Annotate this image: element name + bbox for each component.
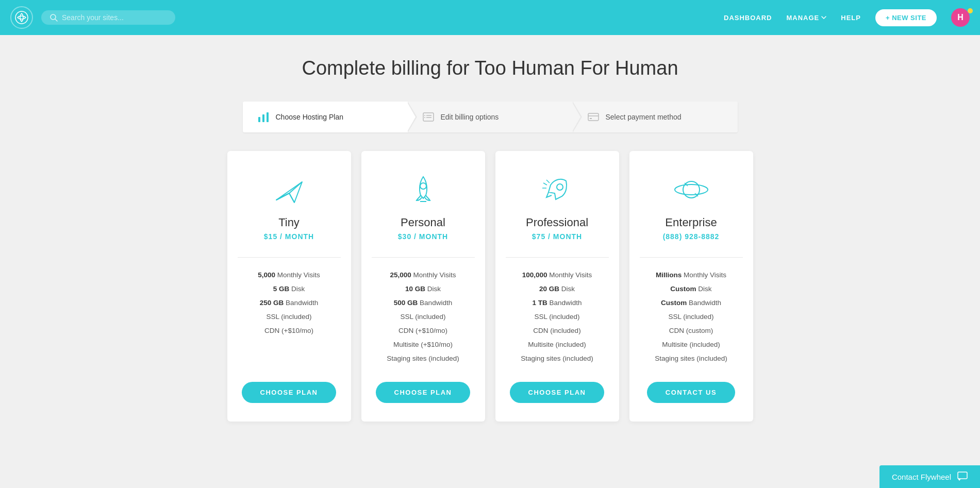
professional-divider (506, 257, 609, 258)
step-billing-label: Edit billing options (441, 113, 499, 121)
nav-help[interactable]: HELP (841, 14, 861, 22)
contact-flywheel[interactable]: Contact Flywheel (879, 465, 980, 488)
billing-steps: Choose Hosting Plan Edit billing options (243, 102, 738, 132)
plan-enterprise: Enterprise (888) 928-8882 Millions Month… (629, 151, 753, 422)
chevron-down-icon (821, 15, 826, 20)
list-item: Custom Disk (655, 282, 727, 296)
svg-rect-28 (958, 472, 967, 479)
step-payment-method: Select payment method (573, 102, 738, 132)
search-bar[interactable] (41, 10, 175, 25)
list-item: 100,000 Monthly Visits (521, 268, 593, 282)
list-item: 25,000 Monthly Visits (387, 268, 459, 282)
list-item: Multisite (+$10/mo) (387, 338, 459, 351)
svg-point-25 (675, 184, 708, 195)
personal-divider (372, 257, 475, 258)
professional-plan-price: $75 / MONTH (532, 232, 582, 241)
nav-manage[interactable]: MANAGE (787, 14, 827, 22)
rocket-fast-icon (539, 172, 575, 208)
new-site-button[interactable]: + NEW SITE (875, 9, 937, 26)
list-item: SSL (included) (258, 310, 320, 324)
chart-icon (257, 111, 270, 123)
avatar[interactable]: H (951, 8, 970, 27)
list-item: CDN (+$10/mo) (387, 324, 459, 338)
list-icon (422, 111, 435, 123)
list-item: Multisite (included) (655, 338, 727, 351)
enterprise-plan-price: (888) 928-8882 (663, 232, 720, 241)
flywheel-logo[interactable] (10, 6, 33, 29)
list-item: CDN (+$10/mo) (258, 324, 320, 338)
list-item: Staging sites (included) (521, 351, 593, 365)
search-icon (49, 13, 58, 22)
list-item: 500 GB Bandwidth (387, 296, 459, 310)
svg-rect-5 (267, 112, 269, 122)
main-content: Complete billing for Too Human For Human… (0, 35, 980, 452)
svg-line-22 (543, 183, 547, 185)
avatar-dot (968, 8, 973, 13)
enterprise-contact-us-button[interactable]: CONTACT US (647, 382, 735, 403)
credit-card-icon (587, 111, 600, 123)
tiny-divider (238, 257, 341, 258)
step-billing-options: Edit billing options (408, 102, 573, 132)
step-choose-plan-label: Choose Hosting Plan (276, 113, 344, 121)
personal-plan-price: $30 / MONTH (398, 232, 448, 241)
enterprise-divider (640, 257, 743, 258)
list-item: CDN (included) (521, 324, 593, 338)
list-item: SSL (included) (387, 310, 459, 324)
enterprise-features: Millions Monthly Visits Custom Disk Cust… (655, 268, 727, 365)
svg-point-18 (420, 183, 426, 189)
svg-rect-11 (588, 113, 599, 121)
nav-dashboard[interactable]: DASHBOARD (724, 14, 772, 22)
list-item: Millions Monthly Visits (655, 268, 727, 282)
svg-line-16 (276, 193, 289, 200)
contact-flywheel-label: Contact Flywheel (892, 473, 951, 481)
enterprise-plan-name: Enterprise (665, 216, 717, 229)
header-nav: DASHBOARD MANAGE HELP + NEW SITE H (724, 8, 970, 27)
svg-line-21 (546, 180, 550, 183)
list-item: 20 GB Disk (521, 282, 593, 296)
list-item: 1 TB Bandwidth (521, 296, 593, 310)
tiny-features: 5,000 Monthly Visits 5 GB Disk 250 GB Ba… (258, 268, 320, 365)
svg-rect-4 (262, 114, 264, 122)
list-item: Custom Bandwidth (655, 296, 727, 310)
professional-plan-name: Professional (526, 216, 588, 229)
chat-icon (957, 472, 968, 482)
personal-features: 25,000 Monthly Visits 10 GB Disk 500 GB … (387, 268, 459, 365)
svg-line-15 (289, 193, 294, 203)
list-item: 10 GB Disk (387, 282, 459, 296)
svg-rect-6 (423, 113, 434, 121)
personal-plan-name: Personal (401, 216, 445, 229)
list-item: SSL (included) (521, 310, 593, 324)
personal-choose-plan-button[interactable]: CHOOSE PLAN (376, 382, 471, 403)
list-item: 250 GB Bandwidth (258, 296, 320, 310)
page-title: Complete billing for Too Human For Human (10, 56, 970, 81)
list-item: CDN (custom) (655, 324, 727, 338)
plan-tiny: Tiny $15 / MONTH 5,000 Monthly Visits 5 … (227, 151, 351, 422)
svg-point-20 (557, 184, 563, 190)
svg-rect-3 (258, 117, 260, 122)
list-item: 5 GB Disk (258, 282, 320, 296)
step-choose-plan: Choose Hosting Plan (243, 102, 408, 132)
list-item: 5,000 Monthly Visits (258, 268, 320, 282)
list-item: SSL (included) (655, 310, 727, 324)
professional-choose-plan-button[interactable]: CHOOSE PLAN (510, 382, 605, 403)
svg-line-2 (55, 19, 57, 21)
paper-plane-icon (271, 172, 307, 208)
list-item: Multisite (included) (521, 338, 593, 351)
plan-professional: Professional $75 / MONTH 100,000 Monthly… (495, 151, 619, 422)
professional-features: 100,000 Monthly Visits 20 GB Disk 1 TB B… (521, 268, 593, 365)
plan-personal: Personal $30 / MONTH 25,000 Monthly Visi… (361, 151, 485, 422)
plan-cards: Tiny $15 / MONTH 5,000 Monthly Visits 5 … (181, 151, 800, 422)
rocket-icon (405, 172, 441, 208)
search-input[interactable] (62, 13, 165, 22)
list-item: Staging sites (included) (387, 351, 459, 365)
tiny-plan-name: Tiny (278, 216, 300, 229)
tiny-plan-price: $15 / MONTH (264, 232, 314, 241)
step-arrow-inner-2 (572, 103, 580, 131)
planet-icon (673, 172, 709, 208)
step-arrow-inner-1 (407, 103, 416, 131)
list-item: Staging sites (included) (655, 351, 727, 365)
tiny-choose-plan-button[interactable]: CHOOSE PLAN (242, 382, 337, 403)
step-payment-label: Select payment method (606, 113, 682, 121)
header: DASHBOARD MANAGE HELP + NEW SITE H (0, 0, 980, 35)
